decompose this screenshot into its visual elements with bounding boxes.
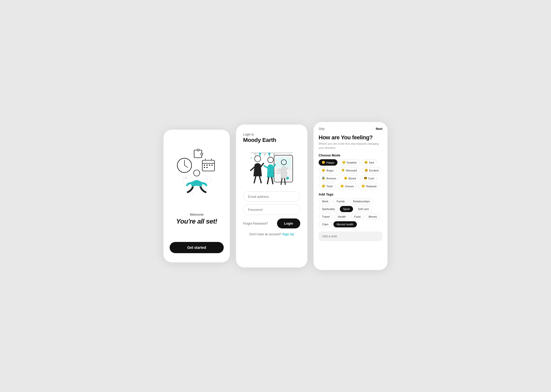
svg-rect-7 xyxy=(204,165,205,166)
signup-text: Don't have an account? xyxy=(249,232,282,236)
tag-chip-relationships[interactable]: Relationships xyxy=(350,198,373,204)
svg-point-20 xyxy=(192,193,193,194)
mood-chip-stressed[interactable]: 😤Stressed xyxy=(338,167,360,174)
login-subtitle: Login to xyxy=(243,133,300,136)
note-input[interactable] xyxy=(319,231,382,241)
tag-chips: WorkFamilyRelationshipsSpiritualitySport… xyxy=(319,198,382,227)
login-illustration: ✦ ✦ · xyxy=(243,146,300,187)
svg-line-34 xyxy=(251,167,255,170)
mood-subtitle: Where you are is the first step towards … xyxy=(319,142,382,150)
svg-marker-24 xyxy=(264,153,266,156)
svg-line-36 xyxy=(254,176,256,183)
skip-button[interactable]: Skip xyxy=(319,127,324,131)
svg-line-42 xyxy=(272,177,273,184)
tag-chip-self-care[interactable]: Self care xyxy=(355,206,372,212)
svg-point-33 xyxy=(255,156,261,162)
tag-chip-family[interactable]: Family xyxy=(333,198,348,204)
tag-chip-clam[interactable]: Clam xyxy=(319,221,332,227)
mood-chip-angry[interactable]: 😠Angry xyxy=(319,167,337,174)
mood-chip-anxious[interactable]: 😰Anxious xyxy=(319,175,339,181)
login-screen: Login to Moody Earth xyxy=(236,125,307,267)
password-input[interactable] xyxy=(243,204,300,215)
tag-chip-work[interactable]: Work xyxy=(319,198,332,204)
welcome-illustration xyxy=(174,140,220,196)
next-button[interactable]: Next xyxy=(376,127,382,131)
svg-line-39 xyxy=(264,166,268,168)
mood-nav: Skip Next xyxy=(319,127,382,131)
login-row: Forgot Password? Login xyxy=(243,218,300,228)
svg-line-37 xyxy=(259,176,261,183)
welcome-label: Welcome xyxy=(190,213,204,216)
svg-text:✦: ✦ xyxy=(250,157,252,159)
svg-point-19 xyxy=(207,179,208,180)
svg-rect-10 xyxy=(211,165,213,166)
tag-chip-food[interactable]: Food xyxy=(351,214,364,220)
screens-container: Welcome You're all set! Get started Logi… xyxy=(153,107,398,285)
svg-rect-14 xyxy=(197,149,199,151)
tag-chip-sport[interactable]: Sport xyxy=(340,206,353,212)
welcome-title: You're all set! xyxy=(176,217,217,225)
svg-text:·: · xyxy=(266,152,266,155)
mood-screen: Skip Next How are You feeling? Where you… xyxy=(314,122,387,270)
svg-point-16 xyxy=(194,170,200,176)
signup-link[interactable]: Sign Up xyxy=(282,232,294,236)
login-title: Moody Earth xyxy=(243,137,300,143)
svg-line-41 xyxy=(268,177,269,184)
svg-marker-25 xyxy=(268,153,270,156)
svg-rect-15 xyxy=(201,153,203,155)
svg-rect-8 xyxy=(206,165,208,166)
svg-rect-11 xyxy=(204,167,205,168)
svg-rect-12 xyxy=(206,167,208,168)
choose-mode-label: Choose Mode xyxy=(319,153,382,157)
mood-chip-grateful[interactable]: 😌Grateful xyxy=(339,159,360,166)
svg-rect-28 xyxy=(276,157,291,167)
svg-line-2 xyxy=(184,165,188,167)
mood-chip-sad[interactable]: 😢Sad xyxy=(361,159,377,166)
mood-chip-bored[interactable]: 😐Bored xyxy=(341,175,359,181)
mood-chip-tired[interactable]: 😴Tired xyxy=(319,183,336,189)
mood-chip-happy[interactable]: 😊Happy xyxy=(319,159,337,166)
tag-chip-travel[interactable]: Travel xyxy=(319,214,333,220)
mood-chip-excited[interactable]: 😃Excited xyxy=(361,167,381,174)
signup-row: Don't have an account? Sign Up xyxy=(243,232,300,236)
forgot-password-link[interactable]: Forgot Password? xyxy=(243,222,268,225)
login-button[interactable]: Login xyxy=(277,218,300,228)
welcome-screen: Welcome You're all set! Get started xyxy=(164,130,230,262)
mood-chips: 😊Happy😌Grateful😢Sad😠Angry😤Stressed😃Excit… xyxy=(319,159,382,189)
add-tags-label: Add Tags xyxy=(319,192,382,196)
welcome-text: Welcome You're all set! xyxy=(176,196,217,242)
tag-chip-health[interactable]: Health xyxy=(334,214,349,220)
svg-point-38 xyxy=(268,157,273,163)
tag-chip-spirituality[interactable]: Spirituality xyxy=(319,206,338,212)
mood-chip-relaxed[interactable]: 😌Relaxed xyxy=(358,183,379,189)
mood-chip-unsure[interactable]: 😕Unsure xyxy=(337,183,357,189)
svg-point-18 xyxy=(185,177,187,179)
mood-title: How are You feeling? xyxy=(319,134,382,141)
svg-rect-9 xyxy=(209,165,210,166)
get-started-button[interactable]: Get started xyxy=(170,242,224,253)
svg-line-35 xyxy=(261,163,264,167)
tag-chip-money[interactable]: Money xyxy=(365,214,380,220)
email-input[interactable] xyxy=(243,191,300,202)
mood-chip-cool[interactable]: 😎Cool xyxy=(361,175,377,181)
tag-chip-mental-health[interactable]: Mental health xyxy=(333,221,357,227)
svg-text:✦: ✦ xyxy=(289,153,291,156)
